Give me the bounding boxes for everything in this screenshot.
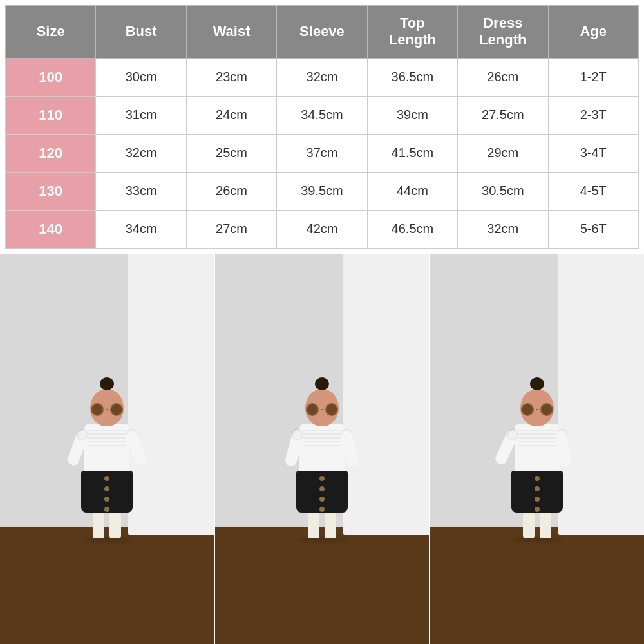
head-2 xyxy=(305,389,339,426)
photo-3 xyxy=(430,254,644,644)
size-cell: 120 xyxy=(6,134,96,172)
skirt-3 xyxy=(511,471,563,513)
bridge-1 xyxy=(106,409,108,410)
size-cell: 100 xyxy=(6,58,96,96)
dress-length-cell: 29cm xyxy=(458,134,548,172)
pom-left-1 xyxy=(78,430,87,439)
header-top-length: TopLength xyxy=(367,6,457,59)
leg-left-1 xyxy=(93,513,104,538)
table-row: 12032cm25cm37cm41.5cm29cm3-4T xyxy=(6,134,639,172)
dress-length-cell: 26cm xyxy=(458,58,548,96)
bust-cell: 33cm xyxy=(96,172,186,210)
lens-right-2 xyxy=(325,403,338,416)
sleeve-cell: 42cm xyxy=(277,210,367,248)
age-cell: 5-6T xyxy=(548,210,638,248)
waist-cell: 23cm xyxy=(186,58,276,96)
dress-length-cell: 27.5cm xyxy=(458,96,548,134)
sunglasses-1 xyxy=(91,403,123,416)
bust-cell: 31cm xyxy=(96,96,186,134)
sleeve-cell: 34.5cm xyxy=(277,96,367,134)
lens-left-2 xyxy=(306,403,319,416)
bust-cell: 32cm xyxy=(96,134,186,172)
hair-bun-1 xyxy=(100,377,114,390)
age-cell: 4-5T xyxy=(548,172,638,210)
top-length-cell: 39cm xyxy=(367,96,457,134)
size-cell: 110 xyxy=(6,96,96,134)
photo-bg-3 xyxy=(430,254,644,644)
skirt-buttons-2 xyxy=(319,476,325,512)
sleeve-cell: 37cm xyxy=(277,134,367,172)
curtain-2 xyxy=(343,254,429,535)
hair-bun-3 xyxy=(530,377,544,390)
skirt-2 xyxy=(296,471,348,513)
lens-left-3 xyxy=(521,403,534,416)
lens-right-3 xyxy=(540,403,553,416)
leg-left-2 xyxy=(308,513,319,538)
leg-right-3 xyxy=(540,513,551,538)
table-row: 14034cm27cm42cm46.5cm32cm5-6T xyxy=(6,210,639,248)
table-header-row: Size Bust Waist Sleeve TopLength DressLe… xyxy=(6,6,639,59)
age-cell: 3-4T xyxy=(548,134,638,172)
legs-1 xyxy=(93,513,121,538)
skirt-1 xyxy=(81,471,133,513)
photo-bg-1 xyxy=(0,254,214,644)
photo-2 xyxy=(215,254,430,644)
top-length-cell: 36.5cm xyxy=(367,58,457,96)
waist-cell: 24cm xyxy=(186,96,276,134)
photo-bg-2 xyxy=(215,254,429,644)
sunglasses-3 xyxy=(521,403,553,416)
body-1 xyxy=(84,424,129,472)
photo-1 xyxy=(0,254,215,644)
curtain-3 xyxy=(558,254,644,535)
waist-cell: 26cm xyxy=(186,172,276,210)
waist-cell: 27cm xyxy=(186,210,276,248)
header-size: Size xyxy=(6,6,96,59)
curtain-1 xyxy=(128,254,214,535)
bridge-3 xyxy=(536,409,538,410)
header-waist: Waist xyxy=(186,6,276,59)
size-table: Size Bust Waist Sleeve TopLength DressLe… xyxy=(5,5,639,249)
sleeve-cell: 39.5cm xyxy=(277,172,367,210)
size-table-section: Size Bust Waist Sleeve TopLength DressLe… xyxy=(0,0,644,254)
body-3 xyxy=(515,424,560,472)
top-length-cell: 41.5cm xyxy=(367,134,457,172)
head-3 xyxy=(520,389,554,426)
sunglasses-2 xyxy=(306,403,338,416)
header-sleeve: Sleeve xyxy=(277,6,367,59)
leg-right-2 xyxy=(325,513,336,538)
bridge-2 xyxy=(321,409,323,410)
size-cell: 140 xyxy=(6,210,96,248)
leg-right-1 xyxy=(109,513,121,538)
main-container: Size Bust Waist Sleeve TopLength DressLe… xyxy=(0,0,644,644)
table-row: 13033cm26cm39.5cm44cm30.5cm4-5T xyxy=(6,172,639,210)
header-dress-length: DressLength xyxy=(458,6,548,59)
pom-left-2 xyxy=(293,430,302,439)
body-2 xyxy=(299,424,345,472)
table-row: 10030cm23cm32cm36.5cm26cm1-2T xyxy=(6,58,639,96)
size-cell: 130 xyxy=(6,172,96,210)
leg-left-3 xyxy=(523,513,535,538)
table-row: 11031cm24cm34.5cm39cm27.5cm2-3T xyxy=(6,96,639,134)
sleeve-cell: 32cm xyxy=(277,58,367,96)
bust-cell: 30cm xyxy=(96,58,186,96)
top-length-cell: 44cm xyxy=(367,172,457,210)
head-1 xyxy=(90,389,124,426)
skirt-buttons-3 xyxy=(535,476,540,512)
lens-right-1 xyxy=(110,403,123,416)
skirt-buttons-1 xyxy=(104,476,109,512)
top-length-cell: 46.5cm xyxy=(367,210,457,248)
age-cell: 2-3T xyxy=(548,96,638,134)
dress-length-cell: 32cm xyxy=(458,210,548,248)
hair-bun-2 xyxy=(315,377,329,390)
bust-cell: 34cm xyxy=(96,210,186,248)
photos-section xyxy=(0,254,644,644)
legs-3 xyxy=(523,513,551,538)
header-bust: Bust xyxy=(96,6,186,59)
lens-left-1 xyxy=(91,403,104,416)
legs-2 xyxy=(308,513,336,538)
age-cell: 1-2T xyxy=(548,58,638,96)
pom-left-3 xyxy=(508,430,517,439)
waist-cell: 25cm xyxy=(186,134,276,172)
dress-length-cell: 30.5cm xyxy=(458,172,548,210)
header-age: Age xyxy=(548,6,638,59)
